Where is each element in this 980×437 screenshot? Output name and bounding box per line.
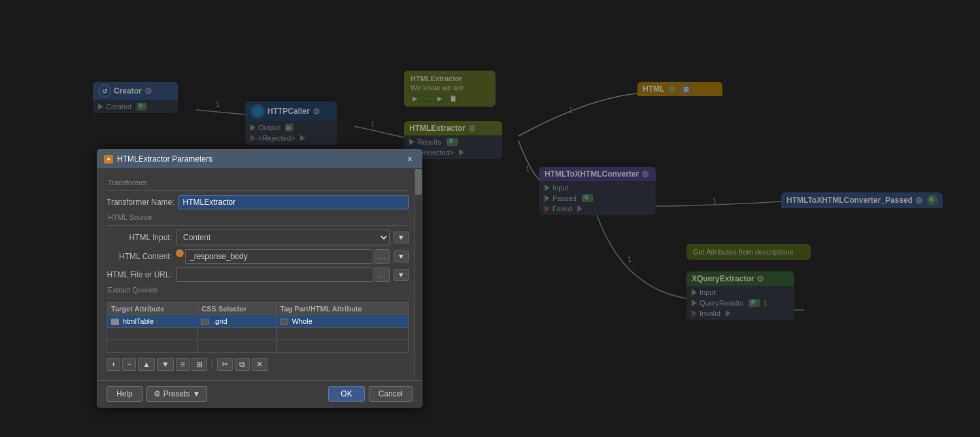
html-content-icon <box>176 249 184 257</box>
toolbar-grid-btn[interactable]: ⊞ <box>192 358 207 371</box>
html-content-label: HTML Content: <box>107 252 172 261</box>
table-row-empty-1 <box>107 328 409 340</box>
transformer-section-label: Transformer <box>107 179 409 186</box>
eq-cell-empty-c1 <box>197 328 276 340</box>
modal-title-icon: ✦ <box>104 155 113 164</box>
presets-label: Presets <box>163 389 190 398</box>
presets-gear-icon: ⚙ <box>154 389 161 398</box>
toolbar-copy-btn[interactable]: ⧉ <box>235 358 250 371</box>
modal-content: Transformer Transformer Name: HTML Sourc… <box>97 168 422 380</box>
transformer-name-row: Transformer Name: <box>107 195 409 209</box>
html-input-select[interactable]: Content File URL <box>176 230 390 245</box>
html-file-input-group: … <box>176 268 390 282</box>
folder-icon <box>111 319 119 325</box>
modal-title: ✦ HTMLExtractor Parameters <box>104 154 212 164</box>
canvas: 1 1 1 1 1 1 1 ↺ Creator ⚙ Created 🔍 🌐 HT… <box>0 0 980 437</box>
css-icon <box>201 319 209 325</box>
help-button[interactable]: Help <box>107 386 143 402</box>
html-source-divider <box>107 225 409 226</box>
html-file-expand-btn[interactable]: ▼ <box>394 269 409 281</box>
toolbar-cut-btn[interactable]: ✂ <box>217 358 233 371</box>
presets-arrow-icon: ▼ <box>192 389 200 398</box>
eq-cell-target: htmlTable <box>107 315 197 328</box>
eq-cell-css: .grid <box>197 315 276 328</box>
modal-title-text: HTMLExtractor Parameters <box>117 154 212 164</box>
eq-col-css: CSS Selector <box>197 303 276 315</box>
html-content-browse-btn[interactable]: … <box>375 249 390 264</box>
html-content-input-group: … <box>176 249 390 264</box>
toolbar-delete-btn[interactable]: ✕ <box>252 358 267 371</box>
ok-button[interactable]: OK <box>328 386 364 402</box>
transformer-name-input[interactable] <box>178 195 409 209</box>
toolbar-remove-btn[interactable]: − <box>122 358 136 371</box>
modal-title-bar: ✦ HTMLExtractor Parameters × <box>97 150 422 168</box>
footer-right: OK Cancel <box>328 386 413 402</box>
modal-close-button[interactable]: × <box>405 154 415 164</box>
table-row[interactable]: htmlTable .grid Whole <box>107 315 409 328</box>
toolbar-sort-btn[interactable]: ≡ <box>176 358 190 371</box>
toolbar-up-btn[interactable]: ▲ <box>138 358 155 371</box>
html-input-label: HTML Input: <box>107 233 172 242</box>
presets-button[interactable]: ⚙ Presets ▼ <box>146 386 208 402</box>
modal-dialog: ✦ HTMLExtractor Parameters × Transformer… <box>97 149 422 408</box>
html-input-row: HTML Input: Content File URL ▼ <box>107 230 409 245</box>
tag-icon <box>280 319 288 325</box>
html-source-section-label: HTML Source <box>107 213 409 221</box>
extract-queries-table: Target Attribute CSS Selector Tag Part/H… <box>107 302 409 353</box>
html-input-expand-btn[interactable]: ▼ <box>394 232 409 243</box>
eq-cell-empty-t2 <box>107 340 197 353</box>
toolbar-down-btn[interactable]: ▼ <box>157 358 174 371</box>
toolbar-sep: | <box>209 358 215 371</box>
html-file-row: HTML File or URL: … ▼ <box>107 268 409 282</box>
extract-queries-divider <box>107 298 409 298</box>
transformer-divider <box>107 190 409 191</box>
html-content-expand-btn[interactable]: ▼ <box>394 251 409 262</box>
html-file-browse-btn[interactable]: … <box>375 268 390 282</box>
modal-scrollbar[interactable] <box>414 168 422 380</box>
eq-cell-tag: Whole <box>276 315 408 328</box>
modal-footer: Help ⚙ Presets ▼ OK Cancel <box>97 380 422 407</box>
eq-cell-empty-tag1 <box>276 328 408 340</box>
eq-col-target: Target Attribute <box>107 303 197 315</box>
html-file-input[interactable] <box>176 268 373 282</box>
eq-cell-empty-t1 <box>107 328 197 340</box>
html-content-input[interactable] <box>185 249 373 264</box>
table-row-empty-2 <box>107 340 409 353</box>
footer-left: Help ⚙ Presets ▼ <box>107 386 207 402</box>
cancel-button[interactable]: Cancel <box>369 386 413 402</box>
eq-toolbar: + − ▲ ▼ ≡ ⊞ | ✂ ⧉ ✕ <box>107 355 409 374</box>
eq-table-body: htmlTable .grid Whole <box>107 315 409 353</box>
html-content-row: HTML Content: … ▼ <box>107 249 409 264</box>
eq-table-header: Target Attribute CSS Selector Tag Part/H… <box>107 303 409 315</box>
eq-cell-empty-c2 <box>197 340 276 353</box>
eq-cell-empty-tag2 <box>276 340 408 353</box>
eq-col-tag: Tag Part/HTML Attribute <box>276 303 408 315</box>
extract-queries-label: Extract Queries <box>107 286 409 294</box>
html-file-label: HTML File or URL: <box>107 270 172 279</box>
toolbar-add-btn[interactable]: + <box>107 358 120 371</box>
transformer-name-label: Transformer Name: <box>107 198 175 207</box>
modal-scrollbar-thumb[interactable] <box>415 169 422 195</box>
